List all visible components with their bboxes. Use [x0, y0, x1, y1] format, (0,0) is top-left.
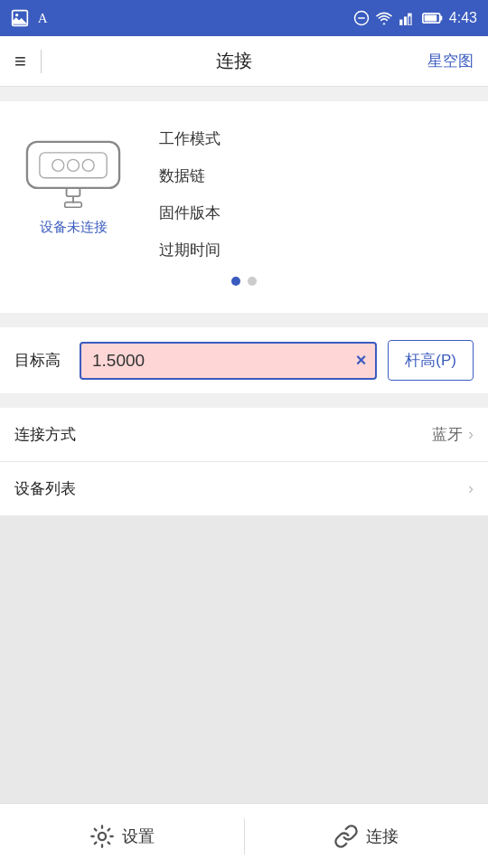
svg-rect-11	[424, 15, 436, 22]
svg-point-15	[52, 159, 64, 171]
signal-icon	[399, 11, 417, 25]
device-not-connected-label: 设备未连接	[40, 219, 108, 236]
svg-rect-13	[27, 142, 119, 188]
settings-tab-label: 设置	[122, 826, 155, 847]
connection-method-right: 蓝牙 ›	[432, 424, 474, 445]
empty-area	[0, 515, 488, 803]
svg-rect-5	[399, 20, 402, 25]
dot-0	[231, 277, 240, 286]
target-height-section: 目标高 × 杆高(P)	[0, 327, 488, 393]
info-firmware: 固件版本	[159, 203, 221, 223]
connection-method-row[interactable]: 连接方式 蓝牙 ›	[0, 408, 488, 462]
dot-1	[248, 277, 257, 286]
pole-height-button[interactable]: 杆高(P)	[388, 340, 474, 381]
svg-point-16	[68, 159, 80, 171]
gallery-icon	[11, 9, 29, 27]
svg-text:A: A	[38, 11, 48, 25]
tab-connect[interactable]: 连接	[245, 816, 489, 856]
nav-bar: ≡ 连接 星空图	[0, 36, 488, 87]
svg-rect-12	[440, 15, 443, 20]
device-list-row[interactable]: 设备列表 ›	[0, 462, 488, 515]
connect-tab-label: 连接	[366, 826, 399, 847]
font-icon: A	[36, 9, 54, 27]
battery-icon	[422, 11, 444, 25]
device-illustration	[14, 128, 132, 210]
target-height-label: 目标高	[14, 350, 69, 371]
svg-point-1	[15, 14, 18, 16]
connection-method-label: 连接方式	[14, 424, 76, 445]
svg-rect-20	[65, 203, 82, 208]
star-map-button[interactable]: 星空图	[427, 51, 474, 71]
status-bar: A 4:43	[0, 0, 488, 36]
dnd-icon	[353, 10, 370, 26]
device-image-section: 设备未连接	[14, 128, 132, 236]
gear-icon	[89, 824, 115, 849]
device-list-right: ›	[468, 479, 474, 498]
status-time: 4:43	[449, 10, 477, 26]
info-data-chain: 数据链	[159, 165, 221, 186]
status-right-icons: 4:43	[353, 10, 477, 26]
device-list-label: 设备列表	[14, 478, 76, 499]
info-expiry: 过期时间	[159, 240, 221, 260]
svg-rect-18	[67, 188, 80, 196]
device-info-list: 工作模式 数据链 固件版本 过期时间	[159, 119, 221, 260]
svg-point-17	[82, 159, 94, 171]
main-content: 设备未连接 工作模式 数据链 固件版本 过期时间 目标高 × 杆高(P) 连接方…	[0, 87, 488, 803]
status-left-icons: A	[11, 9, 54, 27]
link-icon	[333, 824, 359, 849]
target-input-wrapper[interactable]: ×	[80, 342, 377, 380]
chevron-right-icon-2: ›	[468, 479, 474, 498]
wifi-icon	[375, 11, 393, 25]
list-section: 连接方式 蓝牙 › 设备列表 ›	[0, 408, 488, 515]
connection-method-value: 蓝牙	[432, 424, 463, 445]
target-height-input[interactable]	[92, 351, 343, 371]
tab-settings[interactable]: 设置	[0, 816, 244, 856]
chevron-right-icon: ›	[468, 425, 474, 444]
clear-icon[interactable]: ×	[356, 350, 367, 371]
info-work-mode: 工作模式	[159, 128, 221, 149]
bottom-tab-bar: 设置 连接	[0, 803, 488, 868]
svg-rect-14	[40, 153, 107, 178]
menu-icon[interactable]: ≡	[14, 50, 42, 73]
svg-point-21	[99, 832, 106, 839]
svg-rect-6	[404, 16, 407, 25]
page-title: 连接	[42, 49, 427, 73]
device-card: 设备未连接 工作模式 数据链 固件版本 过期时间	[0, 101, 488, 313]
page-indicator	[14, 277, 474, 286]
